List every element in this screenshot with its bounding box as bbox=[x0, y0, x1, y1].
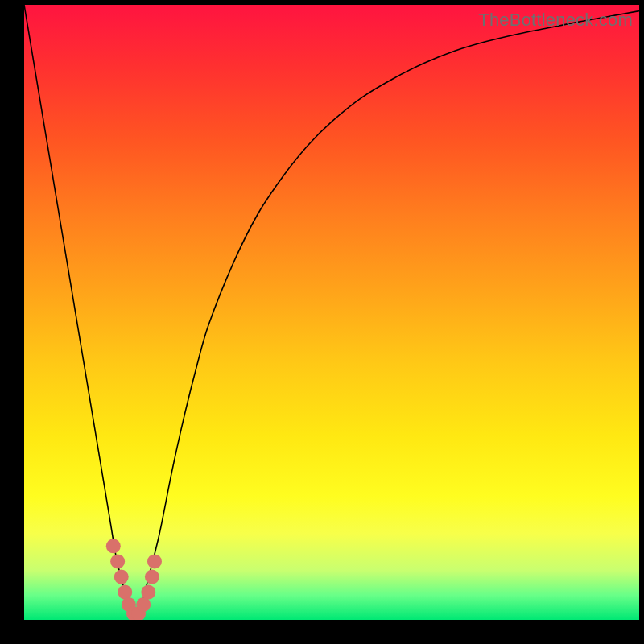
curve-marker bbox=[118, 585, 132, 600]
curve-marker bbox=[110, 554, 125, 568]
chart-plot-area: TheBottleneck.com bbox=[24, 5, 639, 620]
curve-markers bbox=[106, 539, 162, 620]
curve-line bbox=[24, 5, 639, 620]
curve-marker bbox=[147, 554, 162, 568]
curve-marker bbox=[114, 570, 129, 584]
curve-marker bbox=[106, 539, 121, 553]
bottleneck-curve bbox=[24, 5, 639, 620]
chart-frame: TheBottleneck.com bbox=[0, 0, 644, 644]
curve-marker bbox=[145, 570, 159, 584]
curve-marker bbox=[141, 585, 155, 600]
